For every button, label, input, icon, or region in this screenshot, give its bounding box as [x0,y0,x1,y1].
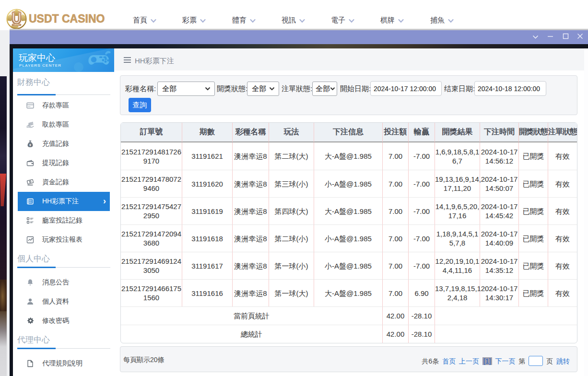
svg-text:CASINO: CASINO [13,24,20,26]
svg-text:¥: ¥ [29,143,31,147]
